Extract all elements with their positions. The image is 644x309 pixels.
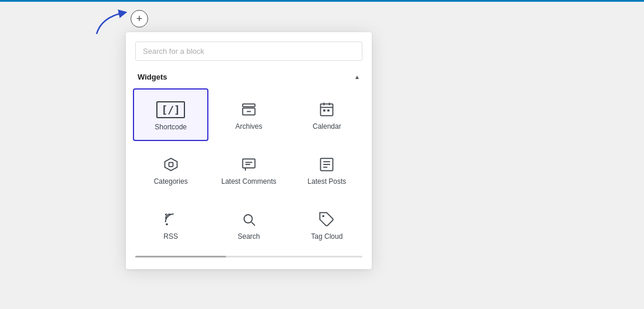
chevron-up-icon[interactable]: ▲ — [354, 74, 360, 80]
rss-icon — [163, 211, 179, 228]
block-item-tag-cloud[interactable]: Tag Cloud — [289, 198, 365, 251]
svg-marker-9 — [165, 159, 177, 171]
block-label-tag-cloud: Tag Cloud — [311, 232, 342, 241]
svg-line-20 — [252, 222, 255, 226]
add-block-button[interactable]: + — [131, 10, 148, 28]
block-label-rss: RSS — [163, 232, 178, 241]
block-item-calendar[interactable]: Calendar — [289, 88, 365, 141]
block-item-latest-comments[interactable]: Latest Comments — [211, 143, 286, 196]
block-item-rss[interactable]: RSS — [133, 198, 208, 251]
page-background: + Widgets ▲ [/] Shortcode — [0, 0, 644, 309]
scroll-indicator — [135, 256, 362, 258]
svg-rect-0 — [242, 104, 255, 107]
block-label-shortcode: Shortcode — [155, 123, 187, 131]
block-item-categories[interactable]: Categories — [133, 143, 208, 196]
svg-rect-10 — [169, 163, 173, 167]
top-progress-bar — [0, 0, 644, 2]
svg-rect-3 — [321, 104, 333, 116]
block-label-calendar: Calendar — [313, 122, 341, 131]
latest-posts-icon — [318, 156, 335, 173]
search-block-icon — [241, 211, 257, 228]
panel-footer — [126, 256, 372, 258]
scroll-thumb — [135, 256, 226, 258]
block-label-search: Search — [238, 232, 260, 241]
svg-point-19 — [244, 215, 252, 223]
tag-cloud-icon — [318, 211, 335, 228]
shortcode-icon: [/] — [156, 101, 185, 118]
svg-point-21 — [323, 215, 325, 217]
svg-rect-7 — [323, 109, 326, 112]
categories-icon — [163, 156, 179, 173]
svg-rect-11 — [242, 159, 255, 168]
search-bar-container — [126, 32, 372, 68]
archives-icon — [241, 101, 257, 118]
widgets-section-header: Widgets ▲ — [126, 68, 372, 88]
block-label-categories: Categories — [154, 177, 188, 186]
calendar-icon — [318, 101, 335, 118]
block-inserter-panel: Widgets ▲ [/] Shortcode Archives — [126, 32, 372, 269]
block-item-latest-posts[interactable]: Latest Posts — [289, 143, 365, 196]
block-label-latest-comments: Latest Comments — [221, 177, 276, 186]
block-label-latest-posts: Latest Posts — [307, 177, 346, 186]
latest-comments-icon — [241, 156, 257, 173]
block-item-archives[interactable]: Archives — [211, 88, 286, 141]
plus-icon: + — [136, 13, 143, 25]
section-title: Widgets — [138, 73, 167, 81]
block-item-shortcode[interactable]: [/] Shortcode — [133, 88, 208, 141]
svg-point-18 — [166, 223, 168, 225]
svg-rect-8 — [327, 109, 330, 112]
block-label-archives: Archives — [235, 122, 262, 131]
block-item-search[interactable]: Search — [211, 198, 286, 251]
block-search-input[interactable] — [135, 42, 362, 61]
block-grid: [/] Shortcode Archives — [126, 88, 372, 251]
